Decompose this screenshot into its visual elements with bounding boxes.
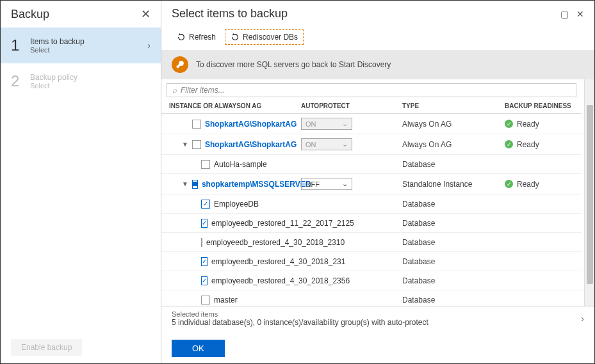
checkbox[interactable]: ✓ — [201, 219, 208, 228]
col-header-name[interactable]: INSTANCE OR ALWAYSON AG — [161, 102, 301, 109]
autoprotect-dropdown[interactable]: OFF⌄ — [301, 178, 352, 190]
expand-caret-icon[interactable]: ▼ — [182, 180, 188, 187]
type-cell: Database — [402, 219, 505, 228]
checkbox[interactable]: ✓ — [201, 257, 208, 266]
table-row[interactable]: ▼✓employeedb_restored_4_30_2018_2356Data… — [161, 271, 582, 290]
readiness-text: Ready — [517, 140, 539, 149]
step-label: Backup policy — [30, 73, 151, 82]
close-icon[interactable]: ✕ — [141, 7, 151, 21]
content-area: ⌕ Filter items... INSTANCE OR ALWAYSON A… — [161, 79, 584, 306]
step-sublabel: Select — [30, 46, 147, 54]
type-cell: Database — [402, 160, 505, 169]
rediscover-dbs-button[interactable]: Rediscover DBs — [225, 29, 304, 45]
database-name: employeedb_restored_11_22_2017_2125 — [211, 219, 354, 228]
enable-backup-button[interactable]: Enable backup — [11, 339, 82, 356]
checkbox[interactable] — [192, 180, 198, 189]
step-number: 2 — [11, 72, 30, 90]
window-controls: ▢ ✕ — [560, 9, 584, 19]
type-cell: Standalone Instance — [402, 180, 505, 189]
database-name: AutoHa-sample — [214, 160, 267, 169]
type-cell: Database — [402, 200, 505, 209]
type-cell: Database — [402, 257, 505, 266]
check-icon: ✓ — [505, 140, 513, 148]
checkbox[interactable] — [192, 120, 201, 129]
main-panel: Select items to backup ▢ ✕ Refresh Redis… — [161, 1, 594, 363]
col-header-type[interactable]: TYPE — [402, 102, 505, 109]
instance-link[interactable]: ShopkartAG\ShopkartAG — [205, 120, 297, 129]
autoprotect-dropdown[interactable]: ON⌄ — [301, 138, 352, 150]
main-title: Select items to backup — [172, 7, 288, 20]
sidebar-header: Backup ✕ — [1, 1, 161, 28]
table-row[interactable]: ▼ShopkartAG\ShopkartAGON⌄Always On AG✓Re… — [161, 114, 582, 134]
step-label: Items to backup — [30, 37, 147, 46]
ok-button[interactable]: OK — [172, 340, 225, 357]
database-name: EmployeeDB — [214, 200, 259, 209]
chevron-down-icon: ⌄ — [342, 120, 348, 128]
step-sublabel: Select — [30, 82, 151, 90]
col-header-autoprotect[interactable]: AUTOPROTECT — [301, 102, 402, 109]
info-bar: To discover more SQL servers go back to … — [161, 50, 594, 79]
scrollbar[interactable] — [584, 79, 594, 306]
checkbox[interactable]: ✓ — [201, 276, 208, 285]
step-items-to-backup[interactable]: 1 Items to backup Select › — [1, 28, 161, 63]
close-icon[interactable]: ✕ — [576, 9, 584, 19]
type-cell: Always On AG — [402, 140, 505, 149]
checkbox[interactable] — [201, 238, 202, 247]
expand-caret-icon[interactable]: ▼ — [182, 141, 188, 148]
footer: OK — [161, 333, 594, 363]
table-row[interactable]: ▼ShopkartAG\ShopkartAGON⌄Always On AG✓Re… — [161, 134, 582, 155]
table-header: INSTANCE OR ALWAYSON AG AUTOPROTECT TYPE… — [161, 99, 582, 114]
sidebar-footer: Enable backup — [1, 331, 161, 363]
sidebar-title: Backup — [11, 8, 49, 21]
chevron-down-icon: ⌄ — [342, 180, 348, 188]
chevron-right-icon: › — [147, 40, 151, 51]
database-name: master — [214, 296, 238, 305]
summary-detail: 5 individual database(s), 0 instance(s)/… — [172, 318, 428, 327]
table-row[interactable]: ▼✓EmployeeDBDatabase — [161, 194, 582, 214]
table-row[interactable]: ▼AutoHa-sampleDatabase — [161, 155, 582, 174]
check-icon: ✓ — [505, 120, 513, 128]
info-text: To discover more SQL servers go back to … — [196, 60, 391, 69]
table-row[interactable]: ▼masterDatabase — [161, 290, 582, 306]
type-cell: Database — [402, 296, 505, 305]
database-name: employeedb_restored_4_30_2018_231 — [211, 257, 346, 266]
col-header-readiness[interactable]: BACKUP READINESS — [505, 102, 582, 109]
instance-link[interactable]: shopkartemp\MSSQLSERVER — [202, 180, 311, 189]
checkbox[interactable] — [192, 140, 201, 149]
database-name: employeedb_restored_4_30_2018_2356 — [211, 276, 350, 285]
main-header: Select items to backup ▢ ✕ — [161, 1, 594, 27]
table-row[interactable]: ▼shopkartemp\MSSQLSERVEROFF⌄Standalone I… — [161, 174, 582, 194]
checkbox[interactable] — [201, 160, 210, 169]
search-icon: ⌕ — [172, 86, 177, 95]
refresh-icon — [177, 33, 186, 42]
chevron-right-icon: › — [581, 313, 584, 324]
table-row[interactable]: ▼employeedb_restored_4_30_2018_2310Datab… — [161, 233, 582, 252]
readiness-text: Ready — [517, 120, 539, 129]
sidebar: Backup ✕ 1 Items to backup Select › 2 Ba… — [1, 1, 161, 363]
toolbar: Refresh Rediscover DBs — [161, 27, 594, 50]
checkbox[interactable] — [201, 296, 210, 305]
table-row[interactable]: ▼✓employeedb_restored_11_22_2017_2125Dat… — [161, 214, 582, 233]
maximize-icon[interactable]: ▢ — [560, 9, 569, 19]
step-number: 1 — [11, 36, 30, 54]
check-icon: ✓ — [505, 180, 513, 188]
instance-link[interactable]: ShopkartAG\ShopkartAG — [205, 140, 297, 149]
wrench-icon — [172, 56, 188, 73]
table-row[interactable]: ▼✓employeedb_restored_4_30_2018_231Datab… — [161, 252, 582, 271]
summary-bar[interactable]: Selected items 5 individual database(s),… — [161, 306, 594, 333]
scroll-thumb[interactable] — [587, 105, 593, 284]
checkbox[interactable]: ✓ — [201, 200, 210, 209]
chevron-down-icon: ⌄ — [342, 140, 348, 148]
database-name: employeedb_restored_4_30_2018_2310 — [206, 238, 345, 247]
step-backup-policy[interactable]: 2 Backup policy Select — [1, 63, 161, 99]
readiness-text: Ready — [517, 180, 539, 189]
type-cell: Database — [402, 238, 505, 247]
summary-label: Selected items — [172, 310, 428, 318]
type-cell: Database — [402, 276, 505, 285]
filter-input[interactable]: ⌕ Filter items... — [167, 83, 576, 97]
type-cell: Always On AG — [402, 120, 505, 129]
autoprotect-dropdown[interactable]: ON⌄ — [301, 118, 352, 130]
refresh-button[interactable]: Refresh — [172, 29, 221, 45]
refresh-icon — [231, 33, 240, 42]
